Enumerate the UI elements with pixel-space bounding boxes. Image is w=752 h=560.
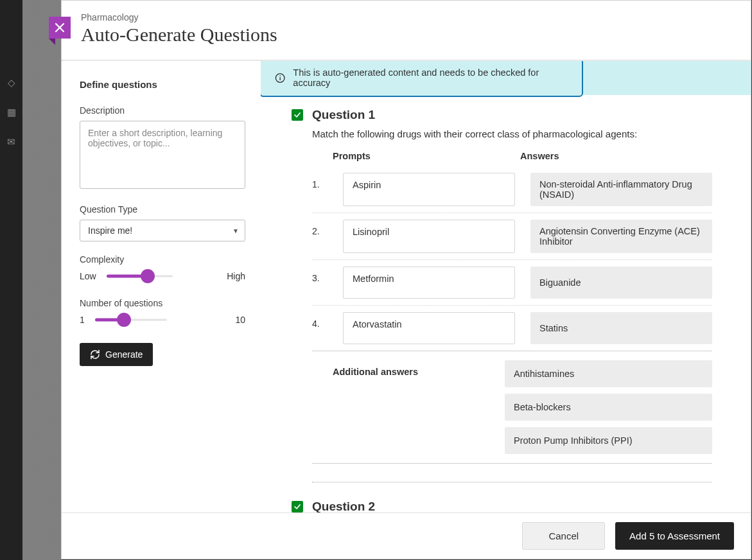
info-text: This is auto-generated content and needs… (293, 67, 568, 88)
question-1-title: Question 1 (312, 108, 375, 122)
prompt-cell[interactable]: Lisinopril (343, 220, 515, 253)
question-1-checkbox[interactable] (292, 109, 303, 121)
answers-header: Answers (520, 151, 712, 161)
nav-icon: ◇ (8, 77, 15, 89)
question-2: Question 2 Which of the following is NOT… (261, 500, 751, 512)
accuracy-info-banner: This is auto-generated content and needs… (261, 61, 583, 97)
nav-icon: ▦ (7, 107, 16, 118)
prompt-cell[interactable]: Atorvastatin (343, 312, 515, 344)
add-to-assessment-button[interactable]: Add 5 to Assessment (615, 522, 734, 550)
row-number: 2. (312, 220, 328, 253)
answer-cell[interactable]: Angiotensin Converting Enzyme (ACE) Inhi… (530, 220, 712, 253)
prompt-cell[interactable]: Aspirin (343, 173, 515, 206)
additional-answer-cell[interactable]: Antihistamines (505, 360, 712, 387)
panel-header: Pharmacology Auto-Generate Questions (62, 1, 751, 60)
generate-button[interactable]: Generate (80, 343, 153, 366)
generate-label: Generate (105, 349, 143, 360)
prompt-cell[interactable]: Metformin (343, 267, 515, 299)
close-panel-button[interactable] (49, 17, 71, 39)
background-nav-rail: ◇ ▦ ✉ (0, 0, 22, 560)
additional-answer-cell[interactable]: Beta-blockers (505, 394, 712, 421)
close-icon (54, 22, 66, 33)
question-1: Question 1 Match the following drugs wit… (261, 108, 751, 477)
additional-answers-label: Additional answers (312, 360, 505, 463)
num-questions-slider[interactable] (95, 313, 167, 326)
nav-icon: ✉ (7, 136, 15, 148)
regenerate-icon (90, 349, 100, 360)
row-number: 4. (312, 312, 328, 344)
match-headers: Prompts Answers (312, 151, 712, 161)
complexity-low-label: Low (80, 271, 100, 281)
match-rows: 1. Aspirin Non-steroidal Anti-inflammato… (292, 166, 712, 351)
answer-cell[interactable]: Non-steroidal Anti-inflammatory Drug (NS… (530, 173, 712, 206)
page-title: Auto-Generate Questions (81, 24, 731, 46)
panel-footer: Cancel Add 5 to Assessment (62, 512, 751, 559)
breadcrumb: Pharmacology (81, 12, 731, 22)
define-sidebar: Define questions Description Question Ty… (62, 61, 261, 512)
question-divider (312, 482, 712, 483)
row-number: 3. (312, 267, 328, 299)
additional-answers: Additional answers AntihistaminesBeta-bl… (312, 351, 712, 464)
svg-point-4 (279, 75, 281, 76)
answer-cell[interactable]: Statins (530, 312, 712, 344)
question-2-checkbox[interactable] (292, 501, 303, 512)
complexity-slider[interactable] (107, 270, 173, 283)
num-questions-label: Number of questions (80, 298, 245, 308)
num-max-label: 10 (173, 315, 245, 325)
question-1-text: Match the following drugs with their cor… (312, 128, 712, 139)
num-min-label: 1 (80, 315, 89, 325)
prompts-header: Prompts (312, 151, 505, 161)
complexity-high-label: High (179, 271, 245, 281)
question-2-title: Question 2 (312, 500, 375, 512)
check-icon (293, 503, 301, 511)
check-icon (293, 111, 301, 119)
complexity-thumb[interactable] (141, 269, 155, 283)
questions-scroll[interactable]: This is auto-generated content and needs… (261, 61, 751, 512)
complexity-label: Complexity (80, 254, 245, 265)
define-heading: Define questions (80, 79, 245, 90)
question-type-label: Question Type (80, 204, 245, 214)
match-row: 1. Aspirin Non-steroidal Anti-inflammato… (312, 166, 712, 213)
num-thumb[interactable] (117, 313, 131, 327)
cancel-button[interactable]: Cancel (522, 522, 605, 550)
match-row: 2. Lisinopril Angiotensin Converting Enz… (312, 213, 712, 260)
match-row: 3. Metformin Biguanide (312, 260, 712, 306)
answer-cell[interactable]: Biguanide (530, 267, 712, 299)
description-textarea[interactable] (80, 121, 245, 189)
description-label: Description (80, 105, 245, 116)
row-number: 1. (312, 173, 328, 206)
additional-answer-cell[interactable]: Proton Pump Inhibitors (PPI) (505, 427, 712, 454)
info-icon (275, 73, 285, 83)
match-row: 4. Atorvastatin Statins (312, 306, 712, 351)
additional-answers-list: AntihistaminesBeta-blockersProton Pump I… (505, 360, 712, 463)
auto-generate-panel: Pharmacology Auto-Generate Questions Def… (61, 0, 751, 559)
question-type-select[interactable]: Inspire me! (80, 220, 245, 241)
